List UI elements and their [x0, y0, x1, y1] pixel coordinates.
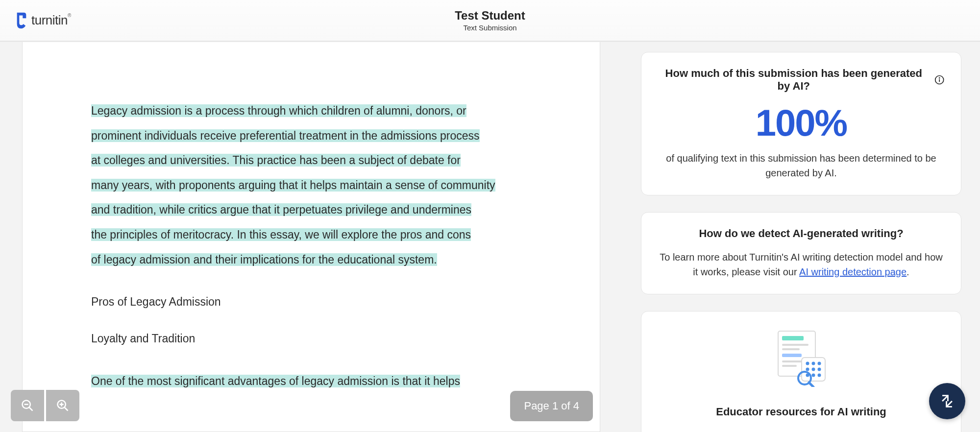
svg-line-4 — [65, 408, 68, 411]
svg-rect-14 — [782, 354, 802, 357]
highlighted-paragraph: One of the most significant advantages o… — [91, 369, 531, 394]
student-name: Test Student — [455, 9, 525, 23]
ai-highlight: at colleges and universities. — [91, 154, 230, 167]
detection-info-card: How do we detect AI-generated writing? T… — [641, 212, 961, 294]
logo-text: turnitin® — [31, 13, 71, 28]
ai-highlight: the principles of meritocracy. — [91, 228, 234, 241]
document-viewer: Legacy admission is a process through wh… — [0, 42, 622, 432]
subsection-heading: Loyalty and Tradition — [91, 332, 531, 345]
floating-action-button[interactable] — [929, 383, 965, 419]
svg-line-28 — [809, 383, 813, 387]
ai-report-sidebar: How much of this submission has been gen… — [622, 42, 980, 432]
turnitin-logo-icon — [15, 11, 28, 30]
svg-rect-11 — [782, 336, 804, 340]
svg-point-22 — [812, 368, 815, 371]
svg-rect-12 — [782, 344, 808, 346]
ai-highlight: In this essay, we will explore the pros … — [234, 228, 471, 241]
zoom-in-button[interactable] — [46, 390, 79, 421]
app-header: turnitin® Test Student Text Submission — [0, 0, 980, 42]
ai-highlight: Legacy admission is a process through wh… — [91, 104, 466, 117]
zoom-in-icon — [56, 399, 70, 412]
highlighted-paragraph: Legacy admission is a process through wh… — [91, 98, 531, 272]
resources-card-title: Educator resources for AI writing — [658, 406, 944, 418]
submission-title: Text Submission — [455, 24, 525, 32]
zoom-out-button[interactable] — [11, 390, 44, 421]
ai-percentage: 100% — [658, 101, 944, 144]
resources-illustration-icon — [658, 328, 944, 389]
svg-point-9 — [939, 78, 939, 78]
score-card-title: How much of this submission has been gen… — [658, 67, 930, 93]
info-icon[interactable] — [934, 74, 944, 85]
zoom-out-icon — [21, 399, 34, 412]
expand-icon — [939, 393, 956, 409]
ai-percentage-explain: of qualifying text in this submission ha… — [658, 151, 944, 180]
svg-point-25 — [812, 374, 815, 377]
ai-highlight: of legacy admission and their implicatio… — [91, 253, 437, 266]
svg-point-20 — [818, 362, 821, 365]
svg-rect-16 — [782, 365, 797, 367]
ai-highlight: and tradition, while critics argue that … — [91, 203, 471, 216]
svg-rect-13 — [782, 348, 800, 350]
svg-point-26 — [818, 374, 821, 377]
svg-line-1 — [29, 408, 33, 411]
svg-point-18 — [806, 362, 809, 365]
ai-highlight: One of the most significant advantages o… — [91, 375, 460, 387]
ai-highlight: many years, with proponents arguing that… — [91, 179, 495, 192]
svg-point-19 — [812, 362, 815, 365]
document-page[interactable]: Legacy admission is a process through wh… — [22, 42, 600, 432]
logo: turnitin® — [15, 11, 71, 30]
educator-resources-card: Educator resources for AI writing Find s… — [641, 311, 961, 432]
ai-highlight: This practice has been a subject of deba… — [230, 154, 461, 167]
section-heading: Pros of Legacy Admission — [91, 295, 531, 309]
svg-point-21 — [806, 368, 809, 371]
ai-score-card: How much of this submission has been gen… — [641, 52, 961, 195]
ai-detection-link[interactable]: AI writing detection page — [799, 266, 906, 277]
detection-card-body: To learn more about Turnitin's AI writin… — [658, 250, 944, 279]
svg-point-23 — [818, 368, 821, 371]
ai-highlight: prominent individuals receive preferenti… — [91, 129, 480, 142]
detection-card-title: How do we detect AI-generated writing? — [699, 227, 903, 240]
page-indicator: Page 1 of 4 — [510, 391, 593, 421]
